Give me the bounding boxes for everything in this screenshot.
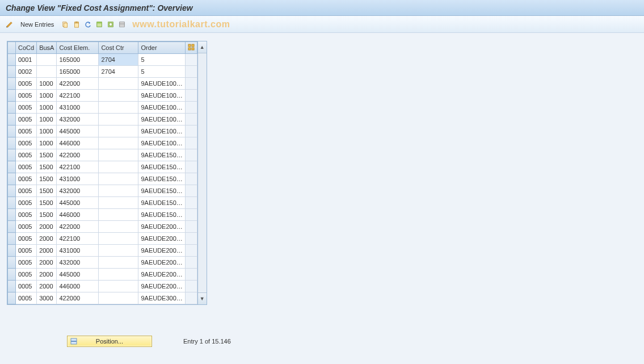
cell-costelem[interactable]: 432000 bbox=[57, 114, 99, 125]
cell-busa[interactable] bbox=[37, 66, 57, 78]
cell-costelem[interactable]: 446000 bbox=[57, 209, 99, 221]
cell-cocd[interactable]: 0005 bbox=[16, 281, 37, 292]
deselect-all-icon[interactable] bbox=[117, 18, 127, 31]
cell-costctr[interactable] bbox=[99, 281, 138, 292]
cell-busa[interactable]: 1500 bbox=[37, 209, 57, 221]
row-selector[interactable] bbox=[8, 54, 16, 66]
undo-icon[interactable] bbox=[83, 18, 92, 31]
cell-costelem[interactable]: 422100 bbox=[57, 161, 99, 173]
cell-cocd[interactable]: 0005 bbox=[16, 161, 37, 173]
cell-costelem[interactable]: 422000 bbox=[57, 292, 99, 304]
cell-costctr[interactable] bbox=[99, 197, 138, 209]
cell-costelem[interactable]: 445000 bbox=[57, 269, 99, 281]
row-selector[interactable] bbox=[8, 161, 16, 173]
cell-costelem[interactable]: 431000 bbox=[57, 245, 99, 257]
row-selector[interactable] bbox=[8, 66, 16, 78]
cell-costctr[interactable] bbox=[99, 78, 138, 90]
cell-costctr[interactable] bbox=[99, 257, 138, 269]
copy-icon[interactable] bbox=[61, 18, 70, 31]
cell-costctr[interactable] bbox=[99, 125, 138, 137]
cell-costelem[interactable]: 422100 bbox=[57, 90, 99, 102]
row-selector[interactable] bbox=[8, 149, 16, 161]
cell-busa[interactable]: 1000 bbox=[37, 125, 57, 137]
other-view-icon[interactable] bbox=[5, 18, 14, 31]
cell-order[interactable]: 9AEUDE200… bbox=[138, 281, 185, 292]
cell-busa[interactable]: 3000 bbox=[37, 292, 57, 304]
cell-busa[interactable] bbox=[37, 54, 57, 66]
new-entries-button[interactable]: New Entries bbox=[16, 20, 58, 29]
row-selector[interactable] bbox=[8, 209, 16, 221]
cell-costctr[interactable] bbox=[99, 233, 138, 245]
cell-busa[interactable]: 2000 bbox=[37, 257, 57, 269]
row-selector[interactable] bbox=[8, 185, 16, 197]
row-selector[interactable] bbox=[8, 102, 16, 114]
row-selector[interactable] bbox=[8, 114, 16, 125]
cell-cocd[interactable]: 0005 bbox=[16, 173, 37, 185]
cell-busa[interactable]: 1500 bbox=[37, 149, 57, 161]
vertical-scrollbar[interactable]: ▲ ▼ bbox=[197, 41, 207, 304]
scroll-track[interactable] bbox=[198, 53, 207, 292]
cell-order[interactable]: 9AEUDE150… bbox=[138, 185, 185, 197]
cell-costctr[interactable] bbox=[99, 269, 138, 281]
cell-busa[interactable]: 2000 bbox=[37, 269, 57, 281]
cell-cocd[interactable]: 0002 bbox=[16, 66, 37, 78]
cell-busa[interactable]: 1500 bbox=[37, 161, 57, 173]
cell-order[interactable]: 9AEUDE100… bbox=[138, 90, 185, 102]
scroll-up-icon[interactable]: ▲ bbox=[198, 41, 207, 53]
cell-cocd[interactable]: 0005 bbox=[16, 233, 37, 245]
position-button[interactable]: Position... bbox=[67, 336, 152, 347]
cell-order[interactable]: 9AEUDE150… bbox=[138, 209, 185, 221]
cell-cocd[interactable]: 0005 bbox=[16, 114, 37, 125]
cell-costelem[interactable]: 432000 bbox=[57, 185, 99, 197]
delete-icon[interactable] bbox=[72, 18, 81, 31]
cell-order[interactable]: 9AEUDE200… bbox=[138, 257, 185, 269]
select-all-icon[interactable] bbox=[95, 18, 104, 31]
cell-cocd[interactable]: 0005 bbox=[16, 125, 37, 137]
cell-costelem[interactable]: 431000 bbox=[57, 173, 99, 185]
cell-order[interactable]: 9AEUDE200… bbox=[138, 233, 185, 245]
cell-busa[interactable]: 1000 bbox=[37, 114, 57, 125]
cell-costelem[interactable]: 445000 bbox=[57, 125, 99, 137]
cell-busa[interactable]: 1500 bbox=[37, 185, 57, 197]
cell-cocd[interactable]: 0005 bbox=[16, 102, 37, 114]
th-order[interactable]: Order bbox=[138, 42, 185, 54]
cell-costctr[interactable] bbox=[99, 161, 138, 173]
cell-cocd[interactable]: 0005 bbox=[16, 209, 37, 221]
cell-costctr[interactable] bbox=[99, 137, 138, 149]
cell-costelem[interactable]: 432000 bbox=[57, 257, 99, 269]
cell-busa[interactable]: 2000 bbox=[37, 245, 57, 257]
cell-order[interactable]: 9AEUDE150… bbox=[138, 197, 185, 209]
cell-costctr[interactable] bbox=[99, 292, 138, 304]
cell-cocd[interactable]: 0005 bbox=[16, 269, 37, 281]
cell-order[interactable]: 9AEUDE200… bbox=[138, 221, 185, 233]
cell-order[interactable]: 5 bbox=[138, 66, 185, 78]
th-cocd[interactable]: CoCd bbox=[16, 42, 37, 54]
row-selector[interactable] bbox=[8, 257, 16, 269]
cell-costctr[interactable] bbox=[99, 245, 138, 257]
cell-busa[interactable]: 1000 bbox=[37, 102, 57, 114]
cell-busa[interactable]: 1500 bbox=[37, 197, 57, 209]
cell-costelem[interactable]: 446000 bbox=[57, 137, 99, 149]
cell-cocd[interactable]: 0005 bbox=[16, 245, 37, 257]
cell-cocd[interactable]: 0005 bbox=[16, 197, 37, 209]
cell-costelem[interactable]: 165000 bbox=[57, 54, 99, 66]
row-selector[interactable] bbox=[8, 233, 16, 245]
cell-costelem[interactable]: 422100 bbox=[57, 233, 99, 245]
row-selector[interactable] bbox=[8, 292, 16, 304]
th-row-selector[interactable] bbox=[8, 42, 16, 54]
cell-cocd[interactable]: 0005 bbox=[16, 257, 37, 269]
cell-busa[interactable]: 1000 bbox=[37, 90, 57, 102]
cell-cocd[interactable]: 0005 bbox=[16, 137, 37, 149]
row-selector[interactable] bbox=[8, 125, 16, 137]
cell-costctr[interactable] bbox=[99, 90, 138, 102]
cell-order[interactable]: 9AEUDE200… bbox=[138, 269, 185, 281]
cell-cocd[interactable]: 0001 bbox=[16, 54, 37, 66]
cell-costelem[interactable]: 422000 bbox=[57, 149, 99, 161]
cell-costctr[interactable]: 2704 bbox=[99, 54, 138, 66]
cell-order[interactable]: 5 bbox=[138, 54, 185, 66]
row-selector[interactable] bbox=[8, 269, 16, 281]
cell-costelem[interactable]: 446000 bbox=[57, 281, 99, 292]
cell-costelem[interactable]: 422000 bbox=[57, 78, 99, 90]
cell-cocd[interactable]: 0005 bbox=[16, 90, 37, 102]
cell-order[interactable]: 9AEUDE100… bbox=[138, 78, 185, 90]
